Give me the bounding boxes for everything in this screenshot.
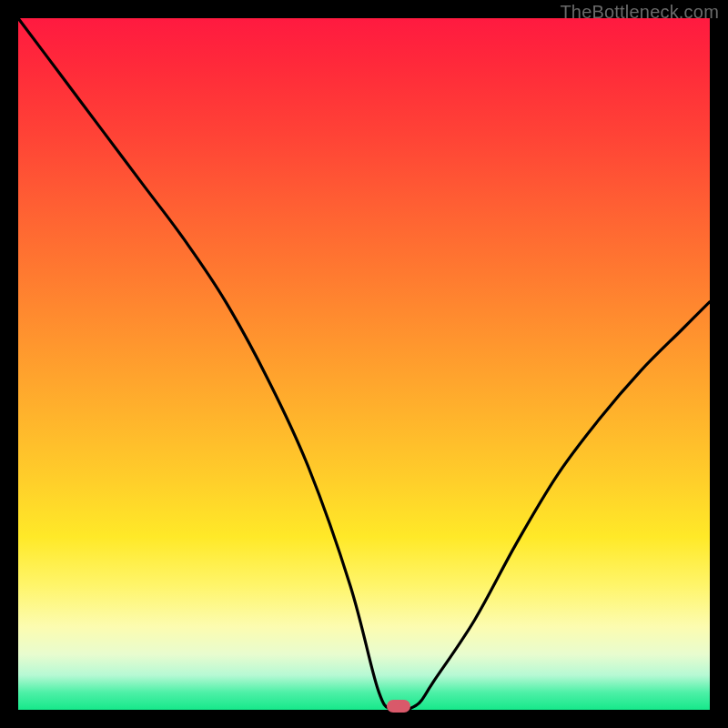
chart-frame: TheBottleneck.com [0, 0, 728, 728]
curve-path [18, 18, 710, 710]
optimum-marker [387, 700, 410, 713]
plot-area [18, 18, 710, 710]
bottleneck-curve [18, 18, 710, 710]
